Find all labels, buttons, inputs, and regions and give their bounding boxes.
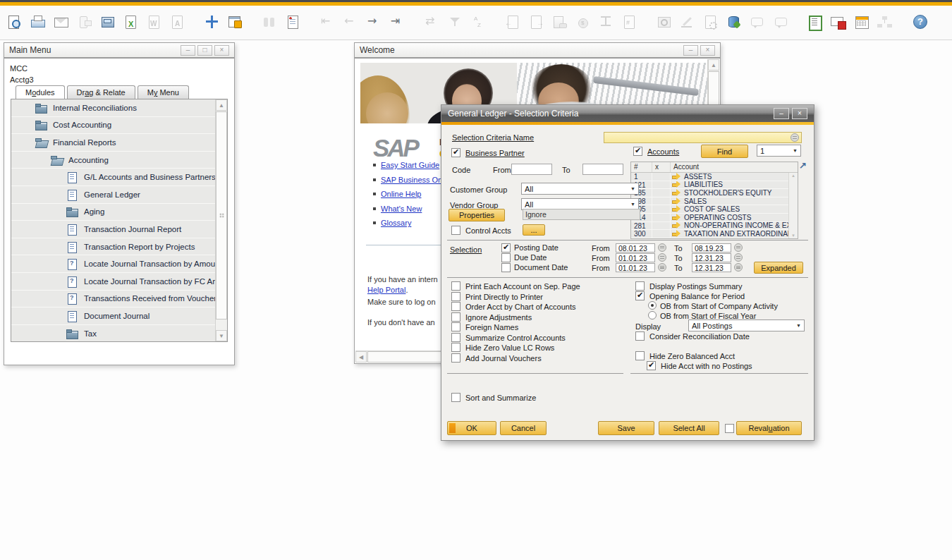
option-checkbox[interactable]	[451, 312, 460, 322]
date-checkbox[interactable]	[501, 263, 511, 272]
close-button[interactable]: ×	[700, 45, 715, 56]
tree-item[interactable]: Locate Journal Transaction by Amount R	[11, 255, 215, 273]
control-accts-browse-button[interactable]: ...	[523, 224, 545, 236]
link-arrow-icon[interactable]	[672, 214, 681, 221]
calendar-picker-icon[interactable]	[734, 263, 743, 272]
find-count-dropdown[interactable]: 1▼	[757, 145, 801, 157]
link-arrow-icon[interactable]	[672, 206, 681, 212]
scroll-up-icon[interactable]: ▲	[216, 99, 227, 111]
calendar-picker-icon[interactable]	[734, 243, 743, 252]
customer-group-dropdown[interactable]: All▼	[521, 183, 639, 195]
date-checkbox[interactable]	[501, 253, 511, 262]
golden-arrow-icon[interactable]	[203, 13, 221, 32]
sort-summarize-checkbox[interactable]	[451, 393, 460, 402]
ob-company-activity-radio[interactable]	[648, 301, 657, 310]
account-row[interactable]: 198 SALES	[631, 197, 798, 206]
code-from-input[interactable]	[511, 164, 552, 175]
date-from-input[interactable]: 08.01.23	[616, 243, 655, 252]
code-to-input[interactable]	[582, 164, 623, 175]
link-arrow-icon[interactable]	[672, 174, 681, 180]
tree-item[interactable]: General Ledger	[11, 186, 215, 204]
date-checkbox[interactable]	[501, 243, 511, 252]
accounts-scrollbar[interactable]	[788, 173, 798, 238]
message-log-icon[interactable]	[284, 13, 303, 32]
tree-item[interactable]: Accounting	[11, 152, 215, 169]
calendar-icon[interactable]	[853, 13, 871, 32]
accounts-checkbox[interactable]	[633, 147, 642, 156]
help-icon[interactable]	[910, 13, 929, 32]
minimize-button[interactable]: –	[683, 45, 698, 56]
tree-item[interactable]: Tax	[11, 325, 215, 342]
business-partner-checkbox[interactable]	[451, 148, 460, 157]
account-row[interactable]: 185 STOCKHOLDER'S EQUITY	[631, 189, 798, 197]
calendar-picker-icon[interactable]	[658, 243, 666, 252]
tree-item[interactable]: G/L Accounts and Business Partners	[11, 169, 215, 186]
expanded-button[interactable]: Expanded	[754, 262, 803, 274]
tree-item[interactable]: Locate Journal Transaction by FC Amou	[11, 273, 215, 291]
print-icon[interactable]	[29, 13, 47, 32]
find-button[interactable]: Find	[701, 145, 748, 158]
option-checkbox[interactable]	[451, 302, 460, 311]
tab-modules[interactable]: Modules	[16, 85, 65, 99]
option-checkbox[interactable]	[451, 281, 460, 291]
properties-button[interactable]: Properties	[448, 209, 505, 221]
selection-list-icon[interactable]	[791, 133, 799, 142]
opening-balance-checkbox[interactable]	[635, 291, 645, 300]
ok-button[interactable]: OK	[447, 421, 496, 435]
fax-icon[interactable]	[99, 13, 117, 32]
account-row[interactable]: 214 OPERATING COSTS	[631, 214, 798, 222]
mail-alert-icon[interactable]	[829, 13, 848, 32]
option-checkbox[interactable]	[451, 343, 460, 352]
control-accts-checkbox[interactable]	[451, 226, 460, 235]
date-to-input[interactable]: 12.31.23	[692, 253, 731, 262]
tree-item[interactable]: Financial Reports	[11, 134, 215, 152]
sql-tools-icon[interactable]	[725, 13, 743, 32]
minimize-button[interactable]: –	[181, 45, 195, 56]
selection-criteria-name-input[interactable]	[604, 132, 802, 143]
date-from-input[interactable]: 01.01.23	[616, 253, 655, 262]
hide-no-postings-checkbox[interactable]	[647, 361, 656, 370]
tree-item[interactable]: Internal Reconciliations	[11, 99, 215, 117]
link-arrow-icon[interactable]	[672, 231, 681, 237]
tab-my-menu[interactable]: My Menu	[138, 85, 189, 99]
cancel-button[interactable]: Cancel	[500, 421, 547, 435]
account-row[interactable]: 205 COST OF SALES	[631, 205, 798, 214]
tree-item[interactable]: Aging	[11, 204, 215, 221]
expand-form-icon[interactable]: ↗	[799, 160, 807, 171]
account-row[interactable]: 281 NON-OPERATING INCOME & EX	[631, 222, 798, 231]
ob-fiscal-year-radio[interactable]	[648, 311, 657, 319]
option-checkbox[interactable]	[451, 322, 460, 331]
account-row[interactable]: 121 LIABILITIES	[631, 181, 798, 190]
consider-reconciliation-checkbox[interactable]	[635, 331, 645, 341]
account-row[interactable]: 300 TAXATION AND EXTRAORDINAR	[631, 230, 798, 238]
link-arrow-icon[interactable]	[672, 222, 681, 229]
date-to-input[interactable]: 12.31.23	[692, 263, 731, 272]
tree-item[interactable]: Transaction Journal Report	[11, 221, 215, 238]
display-dropdown[interactable]: All Postings▼	[688, 319, 805, 331]
link-easy-start-guide[interactable]: Easy Start Guide	[381, 161, 439, 169]
scroll-thumb[interactable]	[216, 111, 227, 319]
option-checkbox[interactable]	[451, 353, 460, 363]
link-online-help[interactable]: Online Help	[381, 190, 421, 198]
save-button[interactable]: Save	[598, 421, 654, 435]
print-preview-icon[interactable]	[6, 13, 24, 32]
maximize-button[interactable]: □	[197, 45, 212, 56]
checklist-icon[interactable]	[806, 13, 824, 32]
tree-item[interactable]: Document Journal	[11, 308, 215, 325]
option-checkbox[interactable]	[451, 333, 460, 342]
calendar-picker-icon[interactable]	[734, 253, 743, 262]
export-excel-icon[interactable]	[122, 13, 140, 32]
option-checkbox[interactable]	[451, 292, 460, 301]
scroll-thumb[interactable]	[367, 351, 452, 363]
revaluation-button[interactable]: Revaluation	[736, 421, 802, 435]
account-row[interactable]: 1 ASSETS	[631, 173, 798, 181]
link-help-portal[interactable]: Help Portal	[367, 286, 405, 294]
link-arrow-icon[interactable]	[672, 198, 681, 205]
tab-drag-and-relate[interactable]: Drag & Relate	[67, 85, 135, 99]
tree-item[interactable]: Transaction Report by Projects	[11, 238, 215, 256]
link-whats-new[interactable]: What's New	[381, 205, 422, 213]
email-icon[interactable]	[52, 13, 71, 32]
tree-item[interactable]: Cost Accounting	[11, 117, 215, 135]
scroll-down-icon[interactable]: ▼	[216, 330, 227, 341]
calendar-picker-icon[interactable]	[658, 253, 666, 262]
